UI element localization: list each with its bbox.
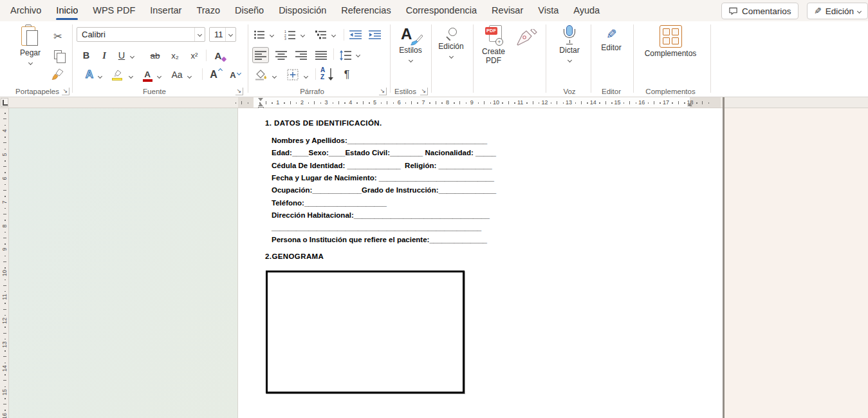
grow-font-button[interactable]: A <box>206 67 221 82</box>
chevron-down-icon <box>300 32 304 37</box>
line-spacing-button[interactable] <box>337 47 353 63</box>
paste-button[interactable]: Pegar <box>12 25 49 86</box>
menu-tab-archivo[interactable]: Archivo <box>9 1 42 21</box>
clipboard-dialog-launcher[interactable]: ↘ <box>62 88 69 95</box>
styles-button[interactable]: A Estilos <box>392 25 429 86</box>
shading-options-button[interactable] <box>270 72 278 80</box>
subscript-button[interactable]: x₂ <box>167 48 183 62</box>
text-effects-options-button[interactable] <box>96 72 104 80</box>
ruler-tick <box>623 102 625 104</box>
bullets-options-button[interactable] <box>268 31 275 39</box>
tab-stop-selector[interactable] <box>1 98 8 107</box>
show-paragraph-marks-button[interactable]: ¶ <box>340 67 354 82</box>
format-painter-button[interactable] <box>50 67 66 81</box>
superscript-button[interactable]: x² <box>187 48 202 62</box>
menu-tab-inicio[interactable]: Inicio <box>55 1 79 21</box>
line-spacing-icon <box>339 50 351 61</box>
numbering-options-button[interactable] <box>299 31 306 39</box>
chevron-down-icon <box>128 73 133 78</box>
doc-form-line[interactable]: Cédula De Identidad: _____________ Relig… <box>272 162 492 169</box>
hanging-indent-marker[interactable] <box>258 103 263 106</box>
copy-button[interactable] <box>50 48 66 62</box>
ruler-tick <box>5 410 6 411</box>
change-case-options-button[interactable] <box>185 72 193 80</box>
menu-tab-vista[interactable]: Vista <box>537 1 560 21</box>
edit-mode-button[interactable]: ✎ Edición <box>807 3 868 19</box>
strikethrough-button[interactable]: ab <box>147 48 163 62</box>
change-case-button[interactable]: Aa <box>169 67 185 82</box>
menu-tab-ayuda[interactable]: Ayuda <box>572 1 601 21</box>
dictate-button[interactable]: Dictar <box>551 25 588 86</box>
menu-tab-trazo[interactable]: Trazo <box>195 1 221 21</box>
underline-button[interactable]: U <box>115 48 128 62</box>
increase-indent-button[interactable] <box>367 28 382 42</box>
right-indent-marker[interactable] <box>687 103 692 106</box>
menu-tab-diseño[interactable]: Diseño <box>234 1 265 21</box>
menu-tab-disposición[interactable]: Disposición <box>277 1 328 21</box>
signature-pen-button[interactable] <box>513 28 539 50</box>
doc-form-line[interactable]: ________________________________________… <box>272 223 481 231</box>
borders-button[interactable] <box>285 67 300 82</box>
doc-form-line[interactable]: Ocupación:____________Grado de Instrucci… <box>272 186 496 194</box>
cut-button[interactable]: ✂ <box>50 29 66 43</box>
sort-button[interactable]: A Z <box>319 67 337 82</box>
align-left-button[interactable] <box>252 47 269 63</box>
doc-form-line[interactable]: Persona o Institución que refiere el pac… <box>272 236 487 243</box>
ruler-tick <box>648 102 649 104</box>
horizontal-ruler[interactable]: 123456789101112131415161718 <box>0 97 868 108</box>
ruler-tick <box>5 232 6 233</box>
menu-tab-revisar[interactable]: Revisar <box>490 1 524 21</box>
doc-form-line[interactable]: Teléfono:____________________ <box>272 199 387 207</box>
voice-group-label: Voz <box>550 88 589 95</box>
font-dialog-launcher[interactable]: ↘ <box>235 88 243 95</box>
ruler-tick: 13 <box>566 99 572 106</box>
addins-button[interactable]: Complementos <box>640 25 701 86</box>
font-color-options-button[interactable] <box>155 72 163 80</box>
highlight-button[interactable] <box>111 67 125 82</box>
multilevel-list-button[interactable] <box>314 28 328 42</box>
line-spacing-options-button[interactable] <box>354 51 362 59</box>
borders-options-button[interactable] <box>302 72 309 80</box>
document-page[interactable]: 1. DATOS DE IDENTIFICACIÓN. Nombres y Ap… <box>238 108 723 418</box>
first-line-indent-marker[interactable] <box>258 98 263 101</box>
chevron-down-icon <box>448 54 453 59</box>
doc-form-line[interactable]: Edad:____Sexo:____Estado Civil:________ … <box>272 149 496 157</box>
font-size-value: 11 <box>210 30 225 39</box>
vertical-ruler[interactable]: 45678910111213141516 <box>0 108 9 418</box>
multilevel-options-button[interactable] <box>329 31 337 39</box>
editor-pencil-icon: ✎ <box>606 26 617 42</box>
align-right-button[interactable] <box>293 47 309 63</box>
create-pdf-button[interactable]: PDF + Create PDF <box>475 25 512 86</box>
comments-button[interactable]: Comentarios <box>721 3 799 19</box>
ruler-tick <box>5 398 6 399</box>
doc-form-line[interactable]: Nombres y Apellidos:____________________… <box>272 137 487 144</box>
paste-label: Pegar <box>20 49 41 58</box>
numbering-button[interactable]: 123 <box>283 28 297 42</box>
text-effects-button[interactable]: A <box>82 67 97 82</box>
doc-form-line[interactable]: Fecha y Lugar de Nacimiento: ___________… <box>272 174 494 182</box>
highlight-options-button[interactable] <box>127 72 134 80</box>
chevron-down-icon <box>156 73 161 78</box>
menu-tab-wps-pdf[interactable]: WPS PDF <box>91 1 136 21</box>
bullets-button[interactable] <box>252 28 266 42</box>
justify-button[interactable] <box>313 47 329 63</box>
genogram-box[interactable] <box>266 271 465 394</box>
menu-tab-correspondencia[interactable]: Correspondencia <box>405 1 478 21</box>
clear-formatting-button[interactable]: A <box>210 48 226 62</box>
font-size-combobox[interactable]: 11 <box>209 27 236 42</box>
menu-tab-insertar[interactable]: Insertar <box>149 1 183 21</box>
font-color-button[interactable]: A <box>140 67 154 82</box>
shading-button[interactable] <box>254 67 269 82</box>
font-name-combobox[interactable]: Calibri <box>77 27 205 42</box>
doc-form-line[interactable]: Dirección Habitacional:_________________… <box>272 211 490 219</box>
bold-button[interactable]: B <box>80 48 93 62</box>
underline-options-button[interactable] <box>128 52 136 60</box>
editing-button[interactable]: Edición <box>432 25 470 86</box>
align-center-button[interactable] <box>273 47 290 63</box>
menu-tab-referencias[interactable]: Referencias <box>340 1 392 21</box>
editor-button[interactable]: ✎ Editor <box>593 25 630 86</box>
italic-button[interactable]: I <box>98 48 111 62</box>
styles-dialog-launcher[interactable]: ↘ <box>420 88 428 95</box>
shrink-font-button[interactable]: A <box>225 67 241 82</box>
decrease-indent-button[interactable] <box>347 28 363 42</box>
